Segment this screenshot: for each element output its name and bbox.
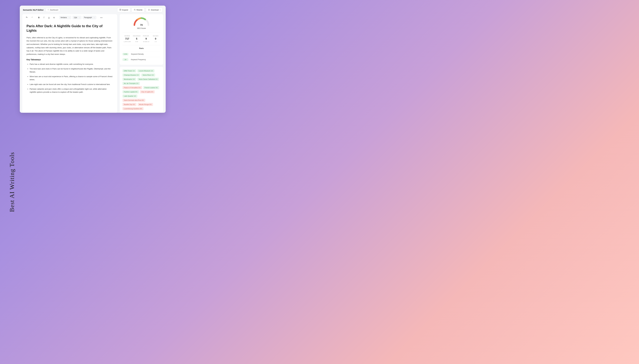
seo-score-value: 70	[140, 24, 143, 26]
keyword-frequency-label: Keyword Frequency	[131, 58, 146, 60]
stat-block: PARAGR. 9 at least 10	[141, 35, 151, 42]
strikethrough-button[interactable]: S	[52, 16, 56, 20]
expand-label: Expand	[122, 9, 128, 11]
document-intro: Paris, often referred to as the City of …	[27, 36, 113, 56]
list-item: The best bars and clubs in Paris can be …	[30, 67, 113, 73]
chevron-down-icon: ⌄	[69, 17, 70, 18]
list-item: Parisian cabarets and jazz clubs offer a…	[30, 88, 113, 94]
list-item: Late-night eats can be found all over th…	[30, 83, 113, 86]
stat-block: IMAGES 0 1-3	[151, 35, 161, 42]
undo-button[interactable]	[25, 16, 29, 20]
keyword-chip[interactable]: Saint-Germain-des-Pres 0/1	[123, 99, 145, 102]
dashboard-label: Dashboard	[50, 9, 58, 11]
keyword-chip[interactable]: Palace of Versailles 0/1	[123, 86, 142, 89]
paragraph-style-value: Paragraph	[84, 16, 92, 18]
stat-name: IMAGES	[151, 35, 161, 36]
bold-icon: B	[38, 16, 40, 19]
keyword-chip[interactable]: Moulin Rouge 0/1	[138, 103, 153, 106]
stat-hint: 1-3	[151, 41, 161, 42]
keyword-chips-card: Eiffel Tower 1/1Louvre Museum 1/1Champs-…	[120, 67, 163, 113]
stat-value: 717	[123, 38, 132, 40]
stat-name: HEADINGS	[132, 35, 142, 36]
italic-button[interactable]: I	[42, 16, 46, 20]
keyword-density-label: Keyword Density	[131, 53, 144, 55]
stat-block: WORDS 717 1,200-2,600	[123, 35, 132, 42]
seo-stats-row: WORDS 717 1,200-2,600HEADINGS 5 9-20PARA…	[123, 32, 160, 42]
paragraph-style-select[interactable]: Paragraph ⌄	[83, 16, 96, 19]
document-subheading: Key Takeaways	[27, 58, 113, 61]
strikethrough-icon: S	[54, 16, 55, 19]
app-header: Semantic NLP Editor Dashboard Expand Rew…	[20, 6, 166, 14]
expand-icon	[119, 9, 121, 11]
key-takeaways-list: Paris has a vibrant and diverse nightlif…	[27, 63, 113, 94]
stat-hint: 9-20	[132, 41, 142, 42]
keyword-chip[interactable]: Arc de Triomphe 1/1	[123, 82, 140, 85]
editor-toolbar: B I U S Verdana ⌄ 12pt ⌄ Paragraph ⌄	[22, 14, 117, 21]
underline-button[interactable]: U	[47, 16, 51, 20]
editor-panel: B I U S Verdana ⌄ 12pt ⌄ Paragraph ⌄	[22, 14, 117, 113]
font-family-select[interactable]: Verdana ⌄	[59, 16, 71, 19]
more-options-button[interactable]: •••	[100, 16, 103, 20]
keyword-chip[interactable]: Latin Quarter 1/1	[123, 94, 137, 98]
stat-name: WORDS	[123, 35, 132, 36]
undo-icon	[26, 16, 28, 19]
rewrite-icon	[134, 9, 136, 11]
document-content[interactable]: Paris After Dark: A Nightlife Guide to t…	[22, 21, 117, 94]
keyword-frequency-row: 24 Keyword Frequency	[123, 57, 160, 62]
keyword-frequency-value: 24	[123, 58, 128, 61]
frame-caption: Best AI Writing Tools	[9, 152, 16, 212]
stat-value: 0	[151, 38, 161, 40]
chevron-down-icon: ⌄	[79, 17, 80, 18]
keyword-chip[interactable]: Seine River 1/1	[141, 74, 155, 76]
seo-score-card: 70 SEO Score WORDS 717 1,200-2,600HEADIN…	[120, 14, 163, 65]
seo-side-panel: 70 SEO Score WORDS 717 1,200-2,600HEADIN…	[120, 14, 163, 113]
keyword-chip[interactable]: Fashion capital 3/1	[123, 90, 139, 94]
chevron-down-icon: ⌄	[94, 17, 95, 18]
redo-icon	[31, 16, 33, 19]
stat-value: 5	[132, 38, 142, 40]
download-icon	[148, 9, 150, 11]
ellipsis-icon: •••	[100, 16, 103, 19]
keyword-density-value: 3.3%	[123, 53, 129, 56]
keyword-chip[interactable]: Eiffel Tower 1/1	[123, 69, 136, 72]
keyword-chip[interactable]: Champs-Elysees 1/1	[123, 74, 140, 76]
keyword-chip[interactable]: Louvre Museum 1/1	[137, 69, 155, 72]
dashboard-button[interactable]: Dashboard	[46, 8, 60, 12]
stat-name: PARAGR.	[141, 35, 151, 36]
rewrite-label: Rewrite	[137, 9, 142, 11]
underline-icon: U	[48, 16, 50, 19]
stat-value: 9	[141, 38, 151, 40]
italic-icon: I	[44, 16, 44, 19]
seo-score-label: SEO Score	[137, 27, 146, 29]
keyword-chip[interactable]: Notre Dame Cathedral 1/1	[137, 78, 159, 81]
redo-button[interactable]	[30, 16, 34, 20]
stat-block: HEADINGS 5 9-20	[132, 35, 142, 42]
chevron-down-icon: ▾	[160, 9, 161, 11]
keyword-chip[interactable]: Montmartre 1/1	[123, 78, 136, 81]
keyword-title: Paris	[123, 47, 160, 49]
list-item: Wine bars are a must-visit experience in…	[30, 75, 113, 81]
font-size-select[interactable]: 12pt ⌄	[72, 16, 82, 19]
bold-button[interactable]: B	[37, 16, 41, 20]
stat-hint: 1,200-2,600	[123, 41, 132, 42]
keyword-chip[interactable]: Bastille Day 0/1	[123, 103, 137, 106]
rewrite-button[interactable]: Rewrite	[132, 8, 145, 12]
keyword-chip[interactable]: Luxembourg Gardens 0/1	[123, 107, 144, 110]
keyword-chip[interactable]: City of Lights 0/1	[140, 90, 155, 94]
arrow-left-icon	[48, 9, 49, 11]
font-size-value: 12pt	[74, 16, 77, 18]
font-family-value: Verdana	[61, 16, 67, 18]
download-button[interactable]: Download ▾	[146, 8, 163, 12]
download-label: Download	[151, 9, 159, 11]
seo-gauge: 70	[132, 17, 151, 26]
list-item: Paris has a vibrant and diverse nightlif…	[30, 63, 113, 66]
app-title: Semantic NLP Editor	[23, 9, 44, 11]
keyword-density-row: 3.3% Keyword Density	[123, 51, 160, 57]
expand-button[interactable]: Expand	[117, 8, 130, 12]
app-window: Semantic NLP Editor Dashboard Expand Rew…	[20, 6, 166, 113]
keyword-chip[interactable]: French cuisine 3/1	[143, 86, 159, 89]
document-title: Paris After Dark: A Nightlife Guide to t…	[27, 24, 113, 33]
stat-hint: at least 10	[141, 41, 151, 42]
